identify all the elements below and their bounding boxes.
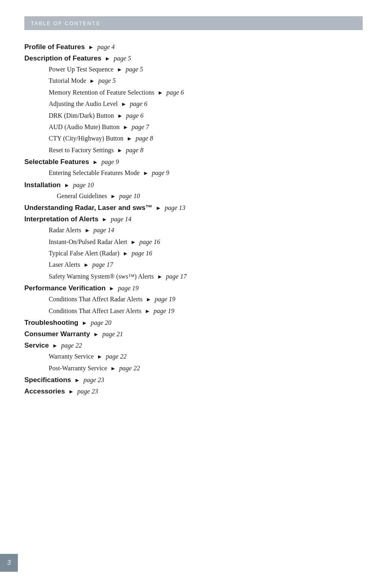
- toc-item-warranty-service: Warranty Service ► page 22: [24, 351, 363, 362]
- arrow-icon: ►: [157, 274, 163, 280]
- toc-item-understanding-radar: Understanding Radar, Laser and sws™ ► pa…: [24, 202, 363, 214]
- page-ref: page 20: [91, 319, 112, 326]
- arrow-icon: ►: [93, 331, 99, 337]
- entry-label: Entering Selectable Features Mode: [49, 169, 140, 176]
- toc-item-aud-button: AUD (Audio Mute) Button ► page 7: [24, 122, 363, 132]
- arrow-icon: ►: [143, 170, 148, 176]
- arrow-icon: ►: [131, 239, 136, 245]
- entry-label: Adjusting the Audio Level: [49, 100, 118, 107]
- toc-item-adjusting-audio: Adjusting the Audio Level ► page 6: [24, 99, 363, 109]
- toc-item-description-of-features: Description of Features ► page 5: [24, 53, 363, 64]
- arrow-icon: ►: [123, 124, 129, 130]
- arrow-icon: ►: [145, 308, 150, 314]
- arrow-icon: ►: [121, 101, 127, 107]
- arrow-icon: ►: [64, 182, 70, 188]
- arrow-icon: ►: [117, 67, 123, 73]
- page-ref: page 23: [84, 376, 104, 383]
- page-ref: page 19: [155, 296, 175, 303]
- arrow-icon: ►: [105, 56, 110, 62]
- toc-item-radar-alerts: Radar Alerts ► page 14: [24, 225, 363, 236]
- entry-label: Service: [24, 342, 49, 349]
- page-ref: page 6: [166, 89, 184, 96]
- entry-label: Conditions That Affect Radar Alerts: [49, 296, 142, 303]
- arrow-icon: ►: [127, 136, 132, 142]
- page-ref: page 8: [135, 135, 153, 142]
- page-ref: page 14: [111, 216, 131, 223]
- arrow-icon: ►: [110, 193, 116, 199]
- page-ref: page 16: [131, 250, 152, 257]
- arrow-icon: ►: [88, 44, 94, 50]
- arrow-icon: ►: [109, 285, 115, 292]
- page-ref: page 6: [130, 100, 147, 107]
- toc-item-interpretation-of-alerts: Interpretation of Alerts ► page 14: [24, 214, 363, 225]
- entry-label: Tutorial Mode: [49, 77, 86, 84]
- entry-label: Installation: [24, 181, 61, 189]
- page-ref: page 4: [97, 43, 115, 50]
- entry-label: Conditions That Affect Laser Alerts: [49, 307, 142, 314]
- entry-label: Selectable Features: [24, 158, 89, 166]
- toc-item-conditions-laser: Conditions That Affect Laser Alerts ► pa…: [24, 306, 363, 316]
- toc-item-selectable-features: Selectable Features ► page 9: [24, 156, 363, 168]
- entry-label: Safety Warning System® (sws™) Alerts: [49, 273, 154, 280]
- page-ref: page 17: [92, 261, 113, 268]
- entry-label: Consumer Warranty: [24, 330, 90, 338]
- arrow-icon: ►: [82, 320, 87, 326]
- entry-label: Laser Alerts: [49, 261, 80, 268]
- entry-label: Instant-On/Pulsed Radar Alert: [49, 238, 127, 245]
- page-ref: page 10: [73, 182, 94, 188]
- toc-item-profile-of-features: Profile of Features ► page 4: [24, 41, 363, 53]
- arrow-icon: ►: [117, 147, 123, 153]
- entry-label: Specifications: [24, 376, 71, 384]
- page-ref: page 6: [126, 112, 144, 119]
- page-ref: page 17: [166, 273, 187, 280]
- entry-label: Typical False Alert (Radar): [49, 250, 119, 257]
- toc-item-entering-selectable: Entering Selectable Features Mode ► page…: [24, 168, 363, 178]
- page: TABLE OF CONTENTS Profile of Features ► …: [0, 0, 387, 588]
- page-ref: page 10: [119, 192, 140, 199]
- entry-label: Radar Alerts: [49, 227, 81, 233]
- toc-item-installation: Installation ► page 10: [24, 179, 363, 191]
- toc-item-specifications: Specifications ► page 23: [24, 374, 363, 386]
- entry-label: Accessories: [24, 387, 65, 395]
- page-ref: page 5: [114, 55, 131, 62]
- toc-item-conditions-radar: Conditions That Affect Radar Alerts ► pa…: [24, 294, 363, 305]
- page-ref: page 22: [61, 342, 82, 349]
- toc-item-reset-factory: Reset to Factory Settings ► page 8: [24, 145, 363, 156]
- toc-item-drk-button: DRK (Dim/Dark) Button ► page 6: [24, 110, 363, 121]
- toc-item-typical-false-alert: Typical False Alert (Radar) ► page 16: [24, 248, 363, 259]
- toc-item-service: Service ► page 22: [24, 340, 363, 351]
- page-number-box: 3: [0, 554, 18, 572]
- entry-label: Understanding Radar, Laser and sws™: [24, 204, 153, 212]
- toc-item-accessories: Accessories ► page 23: [24, 386, 363, 397]
- arrow-icon: ►: [102, 216, 108, 223]
- arrow-icon: ►: [52, 343, 58, 349]
- page-number: 3: [7, 559, 11, 566]
- page-ref: page 13: [165, 204, 185, 211]
- page-ref: page 14: [93, 227, 114, 233]
- toc-item-troubleshooting: Troubleshooting ► page 20: [24, 317, 363, 329]
- entry-label: AUD (Audio Mute) Button: [49, 123, 120, 130]
- arrow-icon: ►: [110, 365, 116, 372]
- entry-label: CTY (City/Highway) Button: [49, 135, 123, 142]
- arrow-icon: ►: [89, 78, 95, 84]
- entry-label: Performance Verification: [24, 284, 105, 292]
- toc-item-cty-button: CTY (City/Highway) Button ► page 8: [24, 133, 363, 144]
- toc-list: Profile of Features ► page 4Description …: [24, 41, 363, 397]
- toc-item-memory-retention: Memory Retention of Feature Selections ►…: [24, 87, 363, 98]
- toc-item-consumer-warranty: Consumer Warranty ► page 21: [24, 329, 363, 340]
- toc-item-post-warranty-service: Post-Warranty Service ► page 22: [24, 363, 363, 374]
- arrow-icon: ►: [84, 262, 89, 268]
- entry-label: General Guidelines: [57, 192, 107, 199]
- entry-label: Memory Retention of Feature Selections: [49, 89, 154, 96]
- toc-header: TABLE OF CONTENTS: [24, 16, 363, 30]
- toc-item-instant-on-pulsed: Instant-On/Pulsed Radar Alert ► page 16: [24, 237, 363, 247]
- arrow-icon: ►: [117, 113, 123, 119]
- entry-label: Reset to Factory Settings: [49, 147, 114, 153]
- entry-label: Power Up Test Sequence: [49, 66, 114, 73]
- page-ref: page 8: [126, 147, 143, 153]
- toc-item-power-up-test-sequence: Power Up Test Sequence ► page 5: [24, 64, 363, 75]
- arrow-icon: ►: [157, 90, 163, 96]
- page-ref: page 19: [154, 307, 174, 314]
- page-ref: page 7: [132, 123, 149, 130]
- toc-title: TABLE OF CONTENTS: [31, 20, 100, 26]
